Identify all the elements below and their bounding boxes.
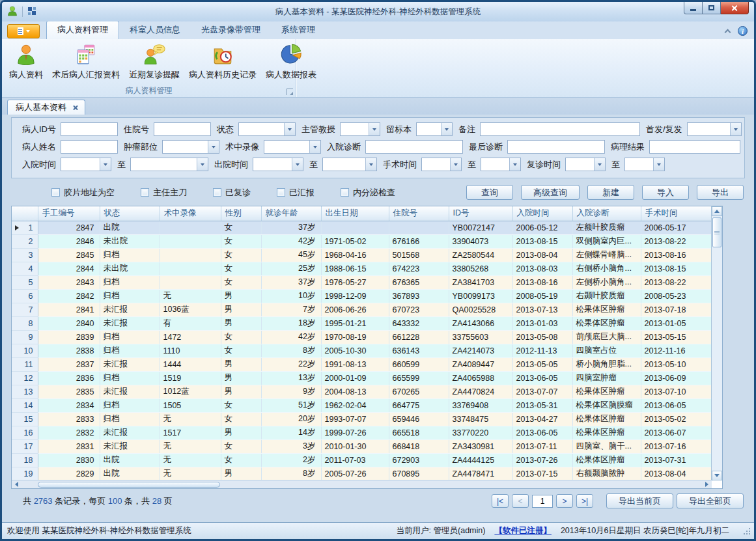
- export-all-pages-button[interactable]: 导出全部页: [677, 493, 744, 508]
- query-button[interactable]: 查询: [466, 185, 513, 200]
- surgery-date-to-select[interactable]: [481, 158, 521, 171]
- ribbon-tab-3[interactable]: 系统管理: [271, 21, 326, 39]
- table-cell[interactable]: 1968-04-16: [321, 248, 389, 262]
- table-cell[interactable]: 2013-04-27: [512, 412, 572, 426]
- table-cell[interactable]: 2013-06-07: [641, 426, 712, 439]
- row-number-cell[interactable]: 17: [12, 439, 38, 453]
- table-cell[interactable]: 2006-06-26: [321, 303, 389, 316]
- table-cell[interactable]: 2013-08-15: [512, 234, 572, 248]
- table-cell[interactable]: 45岁: [261, 248, 321, 262]
- table-cell[interactable]: 2013-07-26: [512, 453, 572, 467]
- table-cell[interactable]: 2013-07-16: [641, 439, 712, 453]
- table-cell[interactable]: 2833: [38, 412, 100, 426]
- table-cell[interactable]: 660599: [389, 357, 449, 371]
- table-cell[interactable]: ZA4089447: [449, 357, 512, 371]
- table-cell[interactable]: 2013-06-05: [641, 398, 712, 412]
- table-cell[interactable]: 2013-05-10: [641, 357, 712, 371]
- table-row[interactable]: 112837未汇报1444男22岁1991-08-13660599ZA40894…: [12, 357, 712, 371]
- table-cell[interactable]: 14岁: [261, 426, 321, 439]
- table-cell[interactable]: 女: [221, 234, 261, 248]
- table-cell[interactable]: 2013-07-11: [512, 439, 572, 453]
- column-header[interactable]: 性别: [221, 206, 261, 221]
- row-number-cell[interactable]: 6: [12, 289, 38, 303]
- table-cell[interactable]: 1962-02-04: [321, 398, 389, 412]
- surgery-date-from-select[interactable]: [421, 158, 462, 171]
- table-cell[interactable]: ZA4478471: [449, 467, 512, 480]
- table-cell[interactable]: 676166: [389, 234, 449, 248]
- column-header[interactable]: 就诊年龄: [261, 206, 321, 221]
- table-cell[interactable]: 有: [160, 316, 221, 330]
- chevron-down-icon[interactable]: [284, 123, 295, 135]
- table-cell[interactable]: 四脑室肿瘤: [572, 371, 641, 385]
- table-cell[interactable]: 643332: [389, 316, 449, 330]
- row-number-cell[interactable]: 9: [12, 330, 38, 344]
- table-cell[interactable]: 2847: [38, 221, 100, 234]
- table-cell[interactable]: 男: [221, 303, 261, 316]
- table-cell[interactable]: 松果体区肿瘤: [572, 316, 641, 330]
- table-row[interactable]: 62842归档无男10岁1998-12-09367893YB0099173200…: [12, 289, 712, 303]
- table-cell[interactable]: 未汇报: [100, 385, 160, 398]
- table-row[interactable]: 42844未出院女25岁1988-06-15674223338052682013…: [12, 262, 712, 275]
- table-cell[interactable]: [160, 275, 221, 289]
- table-cell[interactable]: 未汇报: [100, 316, 160, 330]
- table-cell[interactable]: 665599: [389, 371, 449, 385]
- row-number-cell[interactable]: 16: [12, 426, 38, 439]
- discharge-date-from-select[interactable]: [253, 158, 303, 171]
- table-cell[interactable]: 20岁: [261, 412, 321, 426]
- checkbox-icon[interactable]: [213, 188, 221, 197]
- prev-page-button[interactable]: <: [512, 494, 529, 508]
- table-cell[interactable]: 左额叶胶质瘤: [572, 221, 641, 234]
- table-cell[interactable]: 1993-07-07: [321, 412, 389, 426]
- table-cell[interactable]: 2013-08-22: [641, 234, 712, 248]
- import-button[interactable]: 导入: [642, 185, 689, 200]
- table-cell[interactable]: 2008-05-23: [641, 289, 712, 303]
- table-row[interactable]: 72841未汇报1036蓝男7岁2006-06-26670723QA002552…: [12, 303, 712, 316]
- table-cell[interactable]: 2013-08-16: [512, 275, 572, 289]
- revisit-date-from-select[interactable]: [565, 158, 606, 171]
- table-cell[interactable]: 女: [221, 439, 261, 453]
- chevron-down-icon[interactable]: [365, 158, 376, 171]
- column-header[interactable]: 入院时间: [512, 206, 572, 221]
- patient-report-button[interactable]: 病人数据报表: [261, 41, 321, 82]
- column-header[interactable]: 出生日期: [321, 206, 389, 221]
- table-cell[interactable]: YB0072147: [449, 221, 512, 234]
- table-cell[interactable]: 668418: [389, 439, 449, 453]
- table-cell[interactable]: 左侧蝶骨嵴脑...: [572, 248, 641, 262]
- row-number-cell[interactable]: 15: [12, 412, 38, 426]
- table-cell[interactable]: 33748475: [449, 412, 512, 426]
- table-cell[interactable]: 7岁: [261, 303, 321, 316]
- table-cell[interactable]: 男: [221, 289, 261, 303]
- table-cell[interactable]: 2011-07-03: [321, 453, 389, 467]
- table-cell[interactable]: 2013-01-03: [512, 316, 572, 330]
- close-button[interactable]: [721, 2, 749, 14]
- table-cell[interactable]: ZA4444125: [449, 453, 512, 467]
- patient-history-button[interactable]: 病人资料历史记录: [184, 41, 261, 82]
- dialog-launcher-icon[interactable]: [287, 89, 293, 95]
- tab-patient-basic-info[interactable]: 病人基本资料: [7, 100, 85, 115]
- table-cell[interactable]: [160, 234, 221, 248]
- table-cell[interactable]: 636143: [389, 344, 449, 357]
- table-cell[interactable]: 2013-01-05: [641, 316, 712, 330]
- table-cell[interactable]: 22岁: [261, 357, 321, 371]
- table-cell[interactable]: 674223: [389, 262, 449, 275]
- export-current-page-button[interactable]: 导出当前页: [606, 493, 673, 508]
- table-cell[interactable]: 1517: [160, 426, 221, 439]
- table-cell[interactable]: 归档: [100, 412, 160, 426]
- table-cell[interactable]: 右额颞脑脓肿: [572, 467, 641, 480]
- table-cell[interactable]: 女: [221, 221, 261, 234]
- table-cell[interactable]: 2839: [38, 330, 100, 344]
- table-cell[interactable]: 未汇报: [100, 303, 160, 316]
- patient-info-button[interactable]: 病人资料: [5, 41, 48, 82]
- table-cell[interactable]: 2013-05-05: [512, 357, 572, 371]
- table-cell[interactable]: 2835: [38, 385, 100, 398]
- specimen-select[interactable]: [416, 122, 453, 136]
- table-cell[interactable]: 2013-07-18: [641, 303, 712, 316]
- table-cell[interactable]: 2842: [38, 289, 100, 303]
- table-cell[interactable]: 出院: [100, 453, 160, 467]
- table-cell[interactable]: 1976-05-27: [321, 275, 389, 289]
- professor-select[interactable]: [340, 122, 380, 136]
- new-button[interactable]: 新建: [587, 185, 634, 200]
- table-cell[interactable]: 2013-08-03: [512, 262, 572, 275]
- table-row[interactable]: 82840未汇报有男18岁1995-01-21643332ZA414306620…: [12, 316, 712, 330]
- scroll-up-button[interactable]: [712, 206, 722, 216]
